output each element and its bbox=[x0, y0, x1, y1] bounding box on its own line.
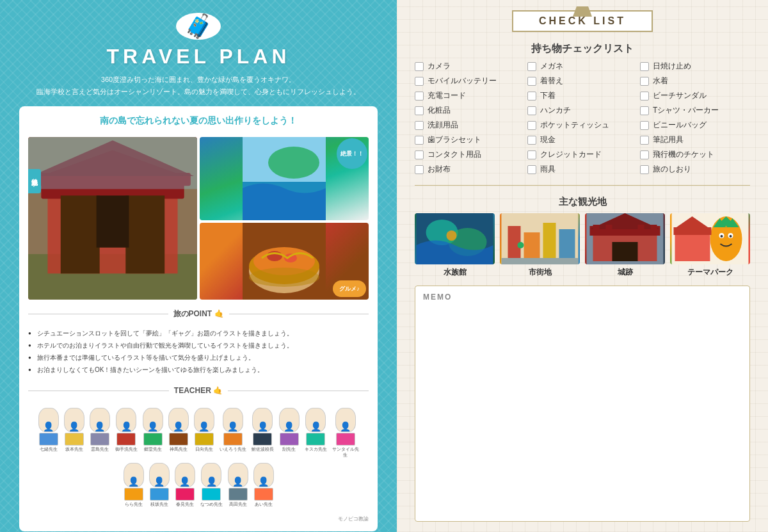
checkbox[interactable] bbox=[527, 62, 536, 71]
checklist-item: 水着 bbox=[640, 76, 750, 86]
checklist-item: 洗顔用品 bbox=[415, 120, 525, 131]
teacher-figure: 👤 鮒佐波校長 bbox=[252, 408, 274, 458]
checkbox[interactable] bbox=[527, 92, 536, 101]
checklist-item: ビーチサンダル bbox=[640, 90, 750, 101]
teacher-figure: 👤 高田先生 bbox=[228, 463, 248, 507]
teacher-figure: 👤 なつめ先生 bbox=[200, 463, 223, 507]
teacher-body bbox=[223, 433, 243, 446]
checkbox[interactable] bbox=[415, 92, 424, 101]
town-svg bbox=[500, 213, 580, 264]
svg-rect-40 bbox=[638, 225, 644, 230]
teacher-name: 日向先生 bbox=[195, 447, 213, 452]
teacher-name: 高田先生 bbox=[229, 502, 247, 507]
spots-section-title: 主な観光地 bbox=[415, 196, 750, 208]
teacher-name: 七緒先生 bbox=[40, 447, 58, 452]
teacher-figure: 👤 サンタイル先生 bbox=[332, 408, 359, 458]
teacher-name: 郷堂先生 bbox=[144, 447, 162, 452]
checkbox[interactable] bbox=[640, 106, 649, 115]
svg-rect-8 bbox=[97, 196, 129, 248]
memo-box[interactable]: MEMO bbox=[415, 286, 750, 522]
svg-rect-28 bbox=[524, 232, 540, 261]
right-panel: CHECK LIST 持ち物チェックリスト カメラ メガネ 日焼け止め モバイル… bbox=[397, 0, 768, 532]
checklist-item: クレジットカード bbox=[527, 149, 637, 160]
teacher-title: TEACHER 🤙 bbox=[174, 386, 223, 395]
checkbox[interactable] bbox=[527, 77, 536, 86]
checkbox[interactable] bbox=[415, 106, 424, 115]
checkbox[interactable] bbox=[640, 150, 649, 159]
teacher-figure: 👤 霊島先生 bbox=[90, 408, 110, 458]
teacher-illustrations: 👤 七緒先生 👤 坂本先生 👤 霊島先生 👤 御手洗先生 👤 bbox=[28, 408, 369, 507]
kanko-label: 観光地巡り♪ bbox=[28, 169, 41, 193]
checklist-item: お財布 bbox=[415, 164, 525, 175]
teacher-body bbox=[336, 433, 355, 446]
checkbox[interactable] bbox=[640, 121, 649, 130]
svg-point-32 bbox=[518, 242, 524, 248]
teacher-name: 坂本先生 bbox=[65, 447, 83, 452]
checkbox[interactable] bbox=[415, 165, 424, 174]
checkbox[interactable] bbox=[640, 136, 649, 145]
checklist-item: ハンカチ bbox=[527, 105, 637, 116]
teacher-head: 👤 bbox=[149, 463, 170, 487]
teacher-head: 👤 bbox=[335, 408, 356, 432]
luggage-icon-container: 🧳 bbox=[176, 13, 221, 40]
teacher-body bbox=[195, 433, 214, 446]
teacher-body bbox=[175, 488, 195, 501]
aquarium-svg bbox=[415, 213, 495, 264]
teacher-body bbox=[169, 433, 188, 446]
teacher-body bbox=[116, 433, 136, 446]
svg-point-49 bbox=[721, 235, 723, 238]
point-item: お泊まりしなくてもOK！描きたいシーンを描いてゆる旅行を楽しみましょう。 bbox=[28, 365, 369, 375]
point-item: ホテルでのお泊まりイラストや自由行動で観光を満喫しているイラストを描きましょう。 bbox=[28, 341, 369, 350]
teacher-name: 刮先生 bbox=[282, 447, 296, 452]
teacher-body bbox=[254, 488, 273, 501]
checkbox[interactable] bbox=[527, 106, 536, 115]
checkbox[interactable] bbox=[527, 150, 536, 159]
teacher-name: 春見先生 bbox=[176, 502, 194, 507]
checkbox[interactable] bbox=[527, 165, 536, 174]
svg-rect-37 bbox=[612, 242, 638, 261]
left-panel: 🧳 TRAVEL PLAN 360度澄み切った海に囲まれ、豊かな緑が島を覆うオキ… bbox=[0, 0, 397, 532]
points-title: 旅のPOINT 🤙 bbox=[173, 309, 224, 319]
checkbox[interactable] bbox=[527, 121, 536, 130]
checkbox[interactable] bbox=[415, 77, 424, 86]
checkbox[interactable] bbox=[415, 121, 424, 130]
checkbox[interactable] bbox=[415, 62, 424, 71]
svg-rect-41 bbox=[651, 225, 657, 230]
checkbox[interactable] bbox=[527, 136, 536, 145]
teacher-body bbox=[150, 488, 169, 501]
checklist-item: 旅のしおり bbox=[640, 164, 750, 175]
theme-svg bbox=[670, 213, 750, 264]
spot-item-theme: テーマパーク bbox=[670, 213, 750, 278]
teacher-body bbox=[253, 433, 272, 446]
spots-grid: 水族館 市街地 bbox=[415, 213, 750, 278]
teacher-head: 👤 bbox=[279, 408, 300, 432]
checklist-item: 化粧品 bbox=[415, 105, 525, 116]
checklist-item: 充電コード bbox=[415, 90, 525, 101]
checkbox[interactable] bbox=[415, 136, 424, 145]
checkbox[interactable] bbox=[640, 165, 649, 174]
checklist-header-box: CHECK LIST bbox=[512, 10, 653, 32]
checklist-item: 日焼け止め bbox=[640, 61, 750, 72]
teacher-figure: 👤 枝坂先生 bbox=[149, 463, 170, 507]
checklist-item: ビニールバッグ bbox=[640, 120, 750, 131]
point-item: 旅行本番までは準備しているイラスト等を描いて気分を盛り上げましょう。 bbox=[28, 353, 369, 362]
spot-image-castle bbox=[585, 213, 665, 264]
spot-label-castle: 城跡 bbox=[618, 267, 633, 278]
checkbox[interactable] bbox=[640, 62, 649, 71]
checkbox[interactable] bbox=[640, 77, 649, 86]
checklist-item: Tシャツ・パーカー bbox=[640, 105, 750, 116]
checkbox[interactable] bbox=[640, 92, 649, 101]
svg-point-50 bbox=[730, 235, 732, 238]
spot-image-aquarium bbox=[415, 213, 495, 264]
svg-rect-10 bbox=[28, 137, 197, 189]
teacher-name: 御手洗先生 bbox=[115, 447, 138, 452]
svg-point-25 bbox=[447, 230, 457, 241]
teacher-figure: 👤 郷堂先生 bbox=[143, 408, 163, 458]
teacher-name: なつめ先生 bbox=[200, 502, 223, 507]
castle-svg bbox=[585, 213, 665, 264]
teacher-body bbox=[90, 433, 109, 446]
svg-rect-6 bbox=[61, 196, 100, 274]
teacher-head: 👤 bbox=[116, 408, 136, 432]
checkbox[interactable] bbox=[415, 150, 424, 159]
svg-rect-29 bbox=[543, 223, 556, 261]
